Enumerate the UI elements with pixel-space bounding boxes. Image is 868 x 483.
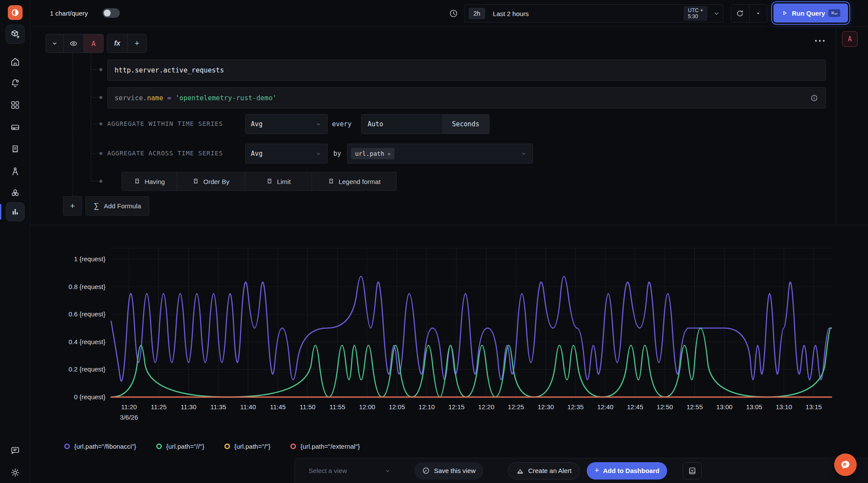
save-view-label: Save this view [434,467,476,474]
refresh-button[interactable] [731,5,749,22]
query-options-group: Having Order By Limit Legend format [122,172,397,191]
add-to-dashboard-label: Add to Dashboard [603,467,659,474]
sidebar-item-service-map[interactable] [10,188,20,198]
logs-scroll-icon [10,144,20,154]
legend-item[interactable]: {url.path="//"} [156,443,204,450]
save-panel-button[interactable] [683,462,702,480]
dashboards-grid-icon [10,100,20,110]
x-axis-label: 12:15 [448,403,465,411]
add-query-button[interactable]: + [127,34,146,53]
select-view-dropdown[interactable]: Select a view [309,467,391,474]
order-by-label: Order By [203,178,229,185]
legend-label: {url.path="/external"} [300,443,360,450]
toggle-visibility-button[interactable] [63,34,83,53]
metric-name-input[interactable]: http.server.active_requests [107,59,826,81]
aggregate-within-row: AGGREGATE WITHIN TIME SERIES Avg every A… [107,114,826,134]
sidebar-item-feedback[interactable] [10,445,20,456]
x-axis-label: 12:00 [359,403,375,411]
traces-compass-icon [10,166,20,177]
aggregate-within-function-select[interactable]: Avg [245,114,328,134]
sidebar-item-traces[interactable] [10,166,20,177]
sidebar-item-metrics-active[interactable] [6,202,25,221]
support-chat-button[interactable] [834,453,857,476]
y-axis-label: 0.2 {request} [69,365,105,373]
sidebar-item-settings[interactable] [10,467,20,478]
having-button[interactable]: Having [122,172,177,191]
service-map-hexagons-icon [10,188,20,198]
eye-icon [69,39,78,48]
group-by-tag-chip[interactable]: url.path × [351,148,395,159]
sidebar-item-get-started[interactable] [6,25,25,44]
x-axis-label: 12:20 [478,403,495,411]
interval-value-input[interactable]: Auto [362,115,442,134]
add-formula-button[interactable]: ∑ Add Formula [85,196,149,216]
signoz-logo[interactable] [8,5,23,20]
query-letter-badge[interactable]: A [83,34,103,53]
y-axis-label: 0 {request} [74,393,105,401]
get-started-package-icon [10,29,20,39]
x-axis-label: 12:05 [389,403,405,411]
legend-label: {url.path="/"} [234,443,271,450]
add-query-plus-button[interactable]: + [63,196,82,216]
infrastructure-server-icon [10,122,20,132]
sidebar-item-home[interactable] [10,57,20,67]
play-icon [781,10,788,16]
x-axis-label: 11:40 [240,403,256,411]
x-axis-label: 12:40 [597,403,614,411]
run-query-button[interactable]: Run Query ⌘↵ [773,3,848,23]
more-options-icon[interactable] [815,40,825,42]
chart-canvas[interactable]: 1 {request}0.8 {request}0.6 {request}0.4… [0,243,868,430]
legend-format-button[interactable]: Legend format [312,172,396,191]
panel-divider [836,27,836,225]
plus-icon: + [595,466,599,475]
time-range-picker[interactable]: 2h Last 2 hours UTC + 5:30 [464,4,723,23]
alerts-bell-icon [10,78,20,89]
timezone-badge[interactable]: UTC + 5:30 [684,6,707,21]
x-axis-label: 12:35 [567,403,584,411]
x-axis-label: 13:15 [806,403,822,411]
legend-color-dot [64,444,70,449]
collapse-query-button[interactable] [46,34,63,53]
time-shortcut-chip[interactable]: 2h [469,8,485,19]
panel-query-letter-badge[interactable]: A [842,31,858,47]
add-to-dashboard-button[interactable]: + Add to Dashboard [587,462,667,480]
limit-button[interactable]: Limit [245,172,312,191]
aggregate-across-function-select[interactable]: Avg [245,144,328,164]
caret-down-icon [755,10,761,16]
aggregate-across-function-value: Avg [251,150,263,158]
x-axis-label: 11:25 [151,403,167,411]
top-toolbar: 1 chart/query 2h Last 2 hours UTC + 5:30 [30,0,868,27]
refresh-interval-dropdown[interactable] [749,5,767,22]
chart-query-toggle[interactable] [102,8,120,18]
app-window: 1 chart/query 2h Last 2 hours UTC + 5:30 [0,0,868,483]
remove-tag-icon[interactable]: × [387,151,391,157]
sidebar-item-dashboards[interactable] [10,100,20,110]
x-axis-label: 12:10 [418,403,435,411]
x-axis-label: 12:25 [508,403,524,411]
chevron-down-icon[interactable] [713,10,720,17]
save-view-button[interactable]: Save this view [414,462,483,480]
refresh-icon [736,9,744,18]
filter-key: name [147,94,163,102]
filter-operator: = [167,94,171,102]
create-alert-button[interactable]: Create an Alert [508,462,580,480]
x-axis-label: 12:55 [687,403,703,411]
filter-info-icon[interactable] [810,94,819,102]
legend-item[interactable]: {url.path="/fibonacci"} [64,443,136,450]
function-toolbar-group: fx + [107,34,147,53]
series-line [111,328,832,397]
legend-item[interactable]: {url.path="/external"} [290,443,360,450]
filter-expression-input[interactable]: service.name = 'opentelemetry-rust-demo' [107,87,826,108]
order-by-button[interactable]: Order By [177,172,245,191]
legend-color-dot [290,444,296,449]
legend-item[interactable]: {url.path="/"} [224,443,271,450]
time-series-chart[interactable]: 1 {request}0.8 {request}0.6 {request}0.4… [0,243,868,430]
sidebar-item-infrastructure[interactable] [10,122,20,132]
x-axis-label: 13:00 [716,403,733,411]
group-by-select[interactable]: url.path × [347,144,533,164]
clock-icon [448,8,459,19]
aggregate-across-row: AGGREGATE ACROSS TIME SERIES Avg by url.… [107,144,826,164]
sidebar-item-alerts[interactable] [10,78,20,89]
add-function-button[interactable]: fx [107,34,127,53]
sidebar-item-logs[interactable] [10,144,20,154]
